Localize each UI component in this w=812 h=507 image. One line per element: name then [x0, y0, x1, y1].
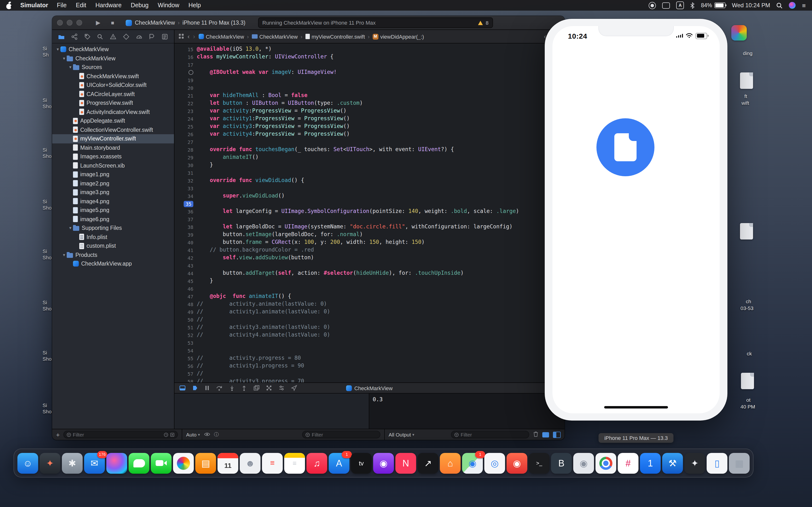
- dock-system-preferences[interactable]: ✱: [62, 453, 83, 473]
- menubar-clock[interactable]: Wed 10:24 PM: [732, 2, 770, 9]
- file-tree-item[interactable]: ▾Supporting Files: [52, 224, 174, 232]
- line-number[interactable]: 33: [174, 184, 197, 192]
- memory-graph-icon[interactable]: [266, 385, 272, 391]
- dock-maps[interactable]: ◉1: [462, 453, 483, 473]
- line-number[interactable]: 46: [174, 285, 197, 293]
- step-over-icon[interactable]: [216, 385, 223, 391]
- line-number[interactable]: 47: [174, 293, 197, 300]
- editor-code[interactable]: @available(iOS 13.0, *)class myViewContr…: [197, 44, 564, 382]
- file-tree-item[interactable]: Main.storyboard: [52, 143, 174, 152]
- file-tree-item[interactable]: image3.png: [52, 188, 174, 197]
- line-number[interactable]: 16: [174, 53, 197, 61]
- menu-window[interactable]: Window: [158, 2, 179, 9]
- file-tree-item[interactable]: ▾CheckMarkView: [52, 54, 174, 63]
- line-number[interactable]: [174, 68, 197, 76]
- menu-help[interactable]: Help: [189, 2, 201, 9]
- jumpbar-item-1[interactable]: CheckMarkView: [252, 34, 298, 39]
- dock-xcode[interactable]: ⚒: [662, 453, 683, 473]
- dock-dvd-player[interactable]: ◉: [573, 453, 594, 473]
- display-menubar-icon[interactable]: [662, 2, 670, 8]
- line-number[interactable]: 15: [174, 45, 197, 53]
- menu-edit[interactable]: Edit: [76, 2, 86, 9]
- dock-calendar[interactable]: 11: [217, 453, 238, 473]
- line-number[interactable]: 30: [174, 161, 197, 169]
- dock-photo-booth[interactable]: ◉: [507, 453, 527, 473]
- warning-count[interactable]: 8: [486, 20, 489, 25]
- issue-navigator-icon[interactable]: [110, 33, 116, 40]
- dock-launchpad[interactable]: ✦: [40, 453, 60, 473]
- line-number[interactable]: 53: [174, 339, 197, 347]
- line-number[interactable]: 37: [174, 215, 197, 223]
- line-number[interactable]: 50: [174, 316, 197, 324]
- add-button[interactable]: +: [56, 431, 60, 438]
- show-variables-toggle[interactable]: [542, 432, 549, 437]
- line-number[interactable]: 17: [174, 61, 197, 68]
- variables-scope-selector[interactable]: Auto ▾: [186, 432, 200, 438]
- menu-hardware[interactable]: Hardware: [95, 2, 121, 9]
- active-app-menu[interactable]: Simulator: [20, 2, 48, 9]
- dock-messages[interactable]: [129, 453, 149, 473]
- line-number[interactable]: 55: [174, 354, 197, 362]
- project-navigator-icon[interactable]: [58, 33, 65, 40]
- line-number[interactable]: 23: [174, 107, 197, 115]
- line-number[interactable]: 40: [174, 238, 197, 246]
- line-number[interactable]: 39: [174, 231, 197, 238]
- variables-filter-field[interactable]: Filter: [302, 431, 380, 439]
- line-number[interactable]: 52: [174, 331, 197, 339]
- line-number[interactable]: 49: [174, 308, 197, 316]
- variables-view[interactable]: [174, 394, 369, 429]
- dock-finder[interactable]: ☺: [17, 453, 38, 473]
- console-filter-field[interactable]: Filter: [451, 431, 529, 439]
- line-number[interactable]: 38: [174, 223, 197, 231]
- show-console-toggle[interactable]: [553, 432, 561, 438]
- line-number[interactable]: 56: [174, 362, 197, 370]
- view-hierarchy-icon[interactable]: [253, 385, 260, 391]
- dock-notes[interactable]: ≡: [284, 453, 305, 473]
- spotlight-search-icon[interactable]: [776, 2, 783, 8]
- line-number[interactable]: 54: [174, 347, 197, 354]
- debug-navigator-icon[interactable]: [136, 33, 142, 40]
- dock-app-store[interactable]: A1: [329, 453, 349, 473]
- menu-file[interactable]: File: [57, 2, 66, 9]
- clear-console-trash-icon[interactable]: [533, 431, 539, 438]
- file-tree-item[interactable]: AppDelegate.swift: [52, 116, 174, 125]
- siri-icon[interactable]: [789, 2, 796, 9]
- dock-home[interactable]: ⌂: [440, 453, 461, 473]
- info-icon[interactable]: ⓘ: [214, 431, 219, 438]
- quicklook-eye-icon[interactable]: [204, 432, 210, 438]
- dock-news[interactable]: N: [395, 453, 416, 473]
- dock-slack[interactable]: #: [618, 453, 639, 473]
- dock-onepassword[interactable]: 1: [640, 453, 661, 473]
- line-number[interactable]: 43: [174, 262, 197, 270]
- symbol-navigator-icon[interactable]: [84, 33, 91, 40]
- line-number[interactable]: 22: [174, 100, 197, 107]
- apple-menu-icon[interactable]: [6, 2, 12, 9]
- dock-podcasts[interactable]: ◉: [373, 453, 394, 473]
- line-number[interactable]: 25: [174, 123, 197, 130]
- hide-debug-area-icon[interactable]: [179, 385, 186, 391]
- debug-process-chip[interactable]: CheckMarkView: [346, 385, 393, 391]
- line-number[interactable]: 26: [174, 130, 197, 138]
- dock-contacts[interactable]: ☻: [240, 453, 260, 473]
- source-control-icon[interactable]: [71, 33, 78, 40]
- input-source-icon[interactable]: A: [676, 1, 684, 9]
- dock-stocks[interactable]: ↗: [418, 453, 439, 473]
- dock-tv[interactable]: tv: [351, 453, 372, 473]
- file-tree-item[interactable]: CollectionViewController.swift: [52, 125, 174, 134]
- file-tree-item[interactable]: CACircleLayer.swift: [52, 90, 174, 99]
- line-number[interactable]: 24: [174, 115, 197, 123]
- file-tree-item[interactable]: custom.plist: [52, 241, 174, 250]
- navigator-filter-field[interactable]: Filter: [63, 431, 178, 439]
- file-tree-item[interactable]: LaunchScreen.xib: [52, 161, 174, 170]
- battery-status[interactable]: 84%: [701, 2, 725, 8]
- dock-reminders[interactable]: ≡: [262, 453, 283, 473]
- dock-simulator[interactable]: ▯: [707, 453, 727, 473]
- line-number[interactable]: 42: [174, 254, 197, 262]
- file-tree-item[interactable]: image5.png: [52, 206, 174, 215]
- line-number[interactable]: 44: [174, 270, 197, 277]
- doc-circle-button[interactable]: [597, 118, 654, 176]
- dock-terminal[interactable]: >_: [529, 453, 550, 473]
- source-editor[interactable]: 1516171920212223242526272829303132333435…: [174, 44, 564, 382]
- file-tree-item[interactable]: ▾Products: [52, 250, 174, 259]
- line-number[interactable]: 51: [174, 324, 197, 331]
